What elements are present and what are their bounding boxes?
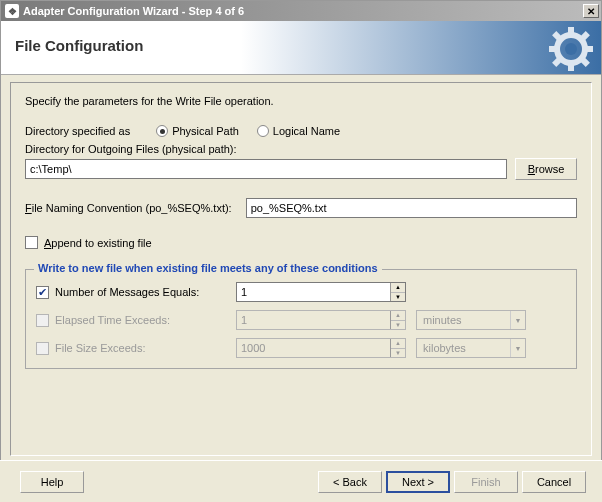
banner: File Configuration <box>1 21 601 75</box>
radio-label: Physical Path <box>172 125 239 137</box>
conditions-group: Write to new file when existing file mee… <box>25 269 577 369</box>
elapsed-unit-combo: minutes ▼ <box>416 310 526 330</box>
num-messages-label: Number of Messages Equals: <box>55 286 199 298</box>
filesize-checkbox <box>36 342 49 355</box>
radio-label: Logical Name <box>273 125 340 137</box>
cond-row-num-messages: ✔ Number of Messages Equals: ▲▼ <box>36 282 566 302</box>
chevron-down-icon: ▼ <box>510 339 525 357</box>
spinner-buttons: ▲▼ <box>390 339 405 357</box>
append-label: Append to existing file <box>44 237 152 249</box>
content-panel: Specify the parameters for the Write Fil… <box>10 82 592 456</box>
elapsed-label: Elapsed Time Exceeds: <box>55 314 170 326</box>
page-title: File Configuration <box>15 37 143 54</box>
svg-rect-2 <box>568 63 574 71</box>
app-icon: ❖ <box>5 4 19 18</box>
directory-spec-label: Directory specified as <box>25 125 130 137</box>
filesize-unit-label: kilobytes <box>423 342 466 354</box>
elapsed-input <box>237 311 390 329</box>
elapsed-unit-label: minutes <box>423 314 462 326</box>
filesize-spinner: ▲▼ <box>236 338 406 358</box>
chevron-down-icon: ▼ <box>510 311 525 329</box>
svg-rect-3 <box>549 46 557 52</box>
radio-icon <box>156 125 168 137</box>
window-title: Adapter Configuration Wizard - Step 4 of… <box>23 5 583 17</box>
outgoing-dir-label: Directory for Outgoing Files (physical p… <box>25 143 577 155</box>
svg-rect-4 <box>585 46 593 52</box>
help-button[interactable]: Help <box>20 471 84 493</box>
elapsed-spinner: ▲▼ <box>236 310 406 330</box>
append-checkbox-row[interactable]: Append to existing file <box>25 236 577 249</box>
filesize-label: File Size Exceeds: <box>55 342 145 354</box>
directory-spec-row: Directory specified as Physical Path Log… <box>25 125 577 137</box>
spinner-buttons: ▲▼ <box>390 311 405 329</box>
footer: Help < Back Next > Finish Cancel <box>0 460 602 502</box>
next-button[interactable]: Next > <box>386 471 450 493</box>
close-button[interactable]: ✕ <box>583 4 599 18</box>
append-checkbox[interactable] <box>25 236 38 249</box>
cond-row-filesize: File Size Exceeds: ▲▼ kilobytes ▼ <box>36 338 566 358</box>
gear-icon <box>549 27 593 71</box>
naming-convention-input[interactable] <box>246 198 577 218</box>
radio-physical-path[interactable]: Physical Path <box>156 125 239 137</box>
num-messages-checkbox[interactable]: ✔ <box>36 286 49 299</box>
cancel-button[interactable]: Cancel <box>522 471 586 493</box>
back-button[interactable]: < Back <box>318 471 382 493</box>
elapsed-checkbox <box>36 314 49 327</box>
spinner-buttons[interactable]: ▲▼ <box>390 283 405 301</box>
instruction-text: Specify the parameters for the Write Fil… <box>25 95 577 107</box>
svg-rect-1 <box>568 27 574 35</box>
filesize-input <box>237 339 390 357</box>
directory-spec-radios: Physical Path Logical Name <box>156 125 340 137</box>
num-messages-input[interactable] <box>237 283 390 301</box>
radio-icon <box>257 125 269 137</box>
finish-button: Finish <box>454 471 518 493</box>
svg-point-9 <box>565 43 577 55</box>
num-messages-spinner[interactable]: ▲▼ <box>236 282 406 302</box>
cond-row-elapsed: Elapsed Time Exceeds: ▲▼ minutes ▼ <box>36 310 566 330</box>
browse-button[interactable]: Browse <box>515 158 577 180</box>
conditions-group-title: Write to new file when existing file mee… <box>34 262 382 274</box>
outgoing-dir-input[interactable] <box>25 159 507 179</box>
radio-logical-name[interactable]: Logical Name <box>257 125 340 137</box>
titlebar: ❖ Adapter Configuration Wizard - Step 4 … <box>1 1 601 21</box>
naming-convention-label: File Naming Convention (po_%SEQ%.txt): <box>25 202 232 214</box>
filesize-unit-combo: kilobytes ▼ <box>416 338 526 358</box>
